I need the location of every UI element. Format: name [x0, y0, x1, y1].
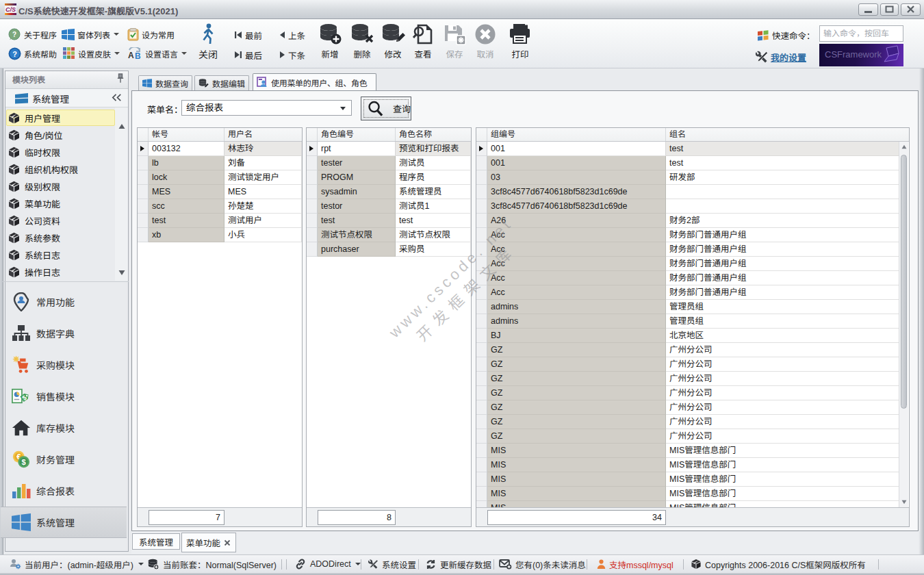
svg-text:?: ? [12, 31, 16, 38]
svg-text:$: $ [22, 458, 27, 466]
svg-text:?: ? [12, 50, 17, 58]
svg-text:A: A [128, 51, 134, 60]
svg-text:B: B [135, 51, 141, 60]
svg-text:C/S: C/S [5, 6, 16, 13]
